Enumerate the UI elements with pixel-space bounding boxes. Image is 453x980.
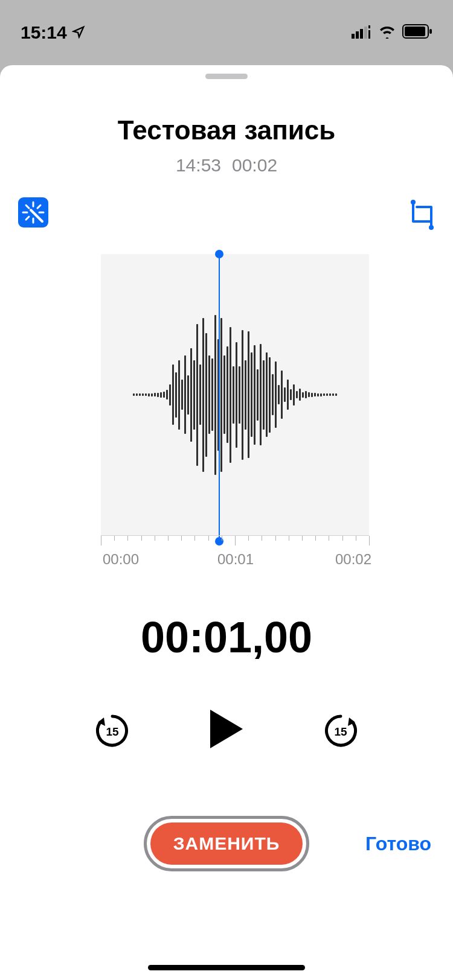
recording-meta: 14:5300:02 — [0, 155, 453, 176]
svg-rect-5 — [368, 30, 370, 39]
svg-rect-2 — [360, 29, 363, 39]
recording-time: 14:53 — [176, 155, 221, 175]
magic-wand-icon — [21, 200, 46, 225]
trim-button[interactable] — [410, 200, 435, 225]
time-label-0: 00:00 — [103, 551, 139, 568]
done-button[interactable]: Готово — [365, 833, 431, 855]
skip-back-15-icon: 15 — [95, 710, 129, 748]
status-time: 15:14 — [21, 22, 67, 43]
waveform — [101, 254, 369, 535]
cellular-icon — [352, 22, 372, 43]
skip-forward-15-icon: 15 — [324, 710, 358, 748]
sheet-grabber[interactable] — [205, 74, 248, 79]
replace-button[interactable]: ЗАМЕНИТЬ — [144, 816, 310, 871]
recording-duration: 00:02 — [232, 155, 277, 175]
replace-button-label: ЗАМЕНИТЬ — [150, 822, 303, 865]
crop-icon — [410, 200, 435, 230]
time-labels: 00:00 00:01 00:02 — [0, 551, 453, 569]
svg-rect-3 — [364, 27, 367, 39]
wifi-icon — [378, 22, 396, 43]
waveform-container[interactable] — [0, 254, 453, 547]
svg-line-15 — [37, 205, 40, 208]
recording-title[interactable]: Тестовая запись — [0, 115, 453, 145]
svg-text:15: 15 — [334, 725, 347, 738]
svg-rect-8 — [429, 29, 432, 34]
ruler — [101, 535, 369, 547]
skip-forward-button[interactable]: 15 — [323, 711, 359, 747]
svg-rect-7 — [405, 27, 425, 36]
svg-rect-1 — [356, 31, 359, 39]
svg-text:15: 15 — [106, 725, 119, 738]
playhead[interactable] — [219, 254, 220, 541]
location-icon — [72, 22, 85, 43]
play-icon — [208, 707, 245, 751]
play-button[interactable] — [203, 705, 250, 752]
enhance-button[interactable] — [18, 197, 48, 228]
skip-back-button[interactable]: 15 — [94, 711, 130, 747]
battery-icon — [402, 22, 432, 43]
playback-position: 00:01,00 — [0, 612, 453, 662]
time-label-2: 00:02 — [335, 551, 371, 568]
svg-rect-0 — [352, 34, 355, 39]
time-label-1: 00:01 — [217, 551, 254, 568]
home-indicator[interactable] — [148, 965, 305, 970]
editor-sheet: Тестовая запись 14:5300:02 — [0, 65, 453, 980]
svg-line-14 — [26, 217, 29, 220]
svg-rect-4 — [368, 25, 370, 28]
status-bar: 15:14 — [0, 0, 453, 65]
svg-line-13 — [26, 205, 29, 208]
